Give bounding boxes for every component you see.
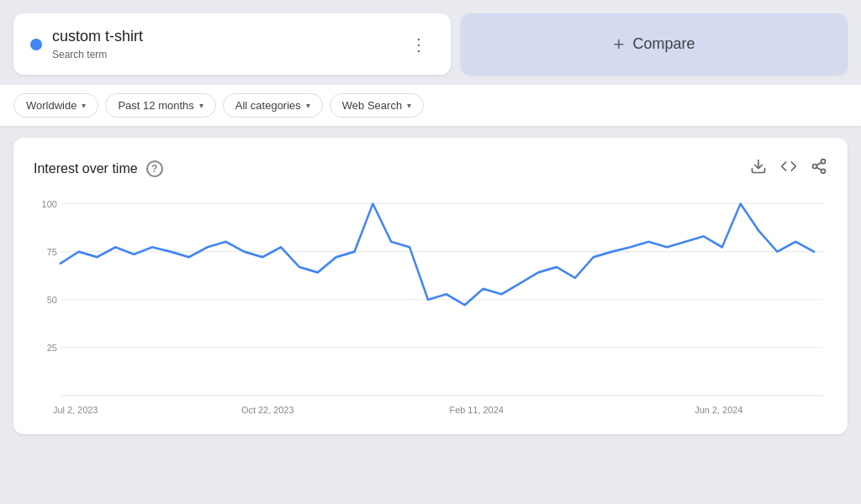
chart-title: Interest over time (34, 161, 138, 176)
chevron-down-icon: ▾ (82, 101, 86, 110)
embed-icon[interactable] (780, 158, 797, 179)
search-term-label: custom t-shirt (52, 27, 143, 46)
filter-category[interactable]: All categories ▾ (223, 93, 323, 118)
filter-search-type-label: Web Search (342, 99, 402, 112)
chart-title-group: Interest over time ? (34, 160, 163, 177)
download-icon[interactable] (750, 158, 767, 179)
chart-section: Interest over time ? (13, 138, 848, 434)
plus-icon: + (614, 34, 625, 55)
compare-card[interactable]: + Compare (461, 13, 848, 75)
svg-line-5 (816, 163, 821, 165)
chevron-down-icon: ▾ (306, 101, 310, 110)
search-term-card: custom t-shirt Search term ⋮ (13, 13, 451, 75)
chart-header: Interest over time ? (34, 158, 827, 179)
chevron-down-icon: ▾ (407, 101, 411, 110)
filter-location-label: Worldwide (26, 99, 77, 112)
filter-category-label: All categories (235, 99, 301, 112)
filter-time-label: Past 12 months (118, 99, 193, 112)
search-term-left: custom t-shirt Search term (30, 27, 143, 61)
more-options-button[interactable]: ⋮ (404, 31, 434, 58)
filters-bar: Worldwide ▾ Past 12 months ▾ All categor… (0, 85, 861, 126)
svg-text:100: 100 (42, 199, 57, 209)
svg-text:Feb 11, 2024: Feb 11, 2024 (450, 405, 504, 415)
compare-label: Compare (632, 35, 695, 53)
search-term-type: Search term (52, 49, 107, 60)
chart-container: 100 75 50 25 Jul 2, 2023 Oct 22, 2023 Fe… (34, 186, 827, 421)
filter-search-type[interactable]: Web Search ▾ (330, 93, 424, 118)
svg-text:Oct 22, 2023: Oct 22, 2023 (241, 405, 293, 415)
search-term-text: custom t-shirt Search term (52, 27, 143, 61)
filter-location[interactable]: Worldwide ▾ (13, 93, 98, 118)
chart-actions (750, 158, 827, 179)
chart-svg: 100 75 50 25 Jul 2, 2023 Oct 22, 2023 Fe… (34, 186, 827, 421)
share-icon[interactable] (811, 158, 827, 179)
svg-text:50: 50 (47, 295, 57, 305)
svg-text:Jul 2, 2023: Jul 2, 2023 (53, 405, 98, 415)
app-container: custom t-shirt Search term ⋮ + Compare W… (0, 0, 861, 434)
compare-inner: + Compare (614, 34, 695, 55)
svg-text:25: 25 (47, 343, 57, 353)
svg-line-4 (816, 168, 821, 171)
help-icon[interactable]: ? (146, 160, 163, 177)
chevron-down-icon: ▾ (199, 101, 203, 110)
filter-time[interactable]: Past 12 months ▾ (105, 93, 215, 118)
svg-text:Jun 2, 2024: Jun 2, 2024 (695, 405, 742, 415)
svg-text:75: 75 (47, 247, 57, 257)
top-section: custom t-shirt Search term ⋮ + Compare (0, 0, 861, 85)
series-dot (30, 39, 42, 50)
